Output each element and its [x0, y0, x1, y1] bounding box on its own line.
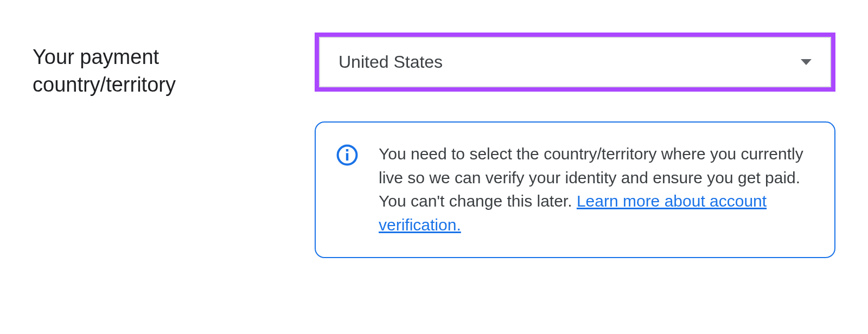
select-highlight-frame: United States: [315, 33, 835, 92]
country-select-value: United States: [339, 52, 443, 72]
svg-rect-1: [346, 153, 348, 160]
info-text-container: You need to select the country/territory…: [379, 142, 813, 236]
label-column: Your payment country/territory: [33, 33, 293, 99]
info-box: You need to select the country/territory…: [315, 121, 835, 258]
field-label: Your payment country/territory: [33, 43, 293, 99]
svg-rect-2: [346, 149, 348, 151]
country-select[interactable]: United States: [319, 37, 831, 87]
info-icon: [335, 143, 359, 167]
payment-country-row: Your payment country/territory United St…: [33, 33, 835, 258]
chevron-down-icon: [801, 59, 812, 65]
field-column: United States You need to select the cou…: [315, 33, 835, 258]
